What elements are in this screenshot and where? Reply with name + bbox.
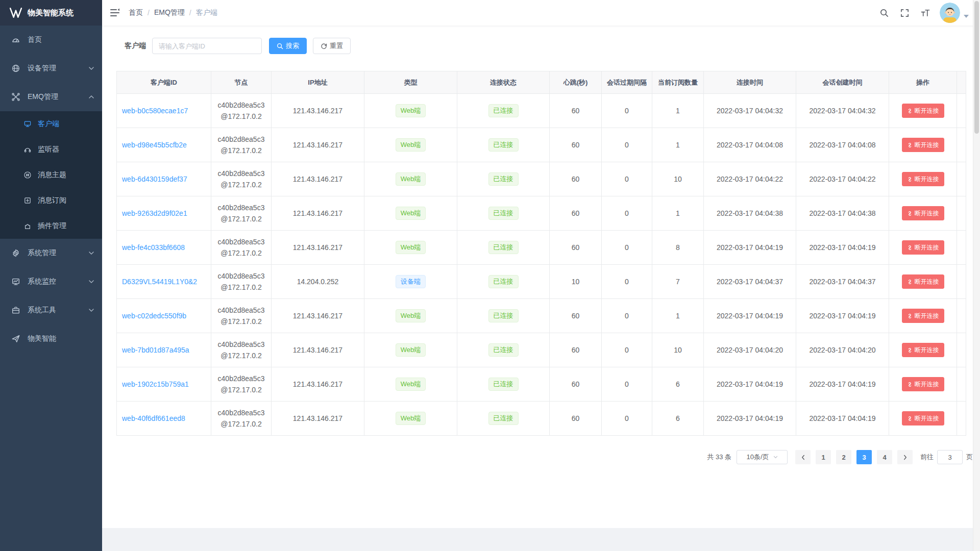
type-tag: Web端 [396, 138, 426, 152]
disconnect-button[interactable]: 断开连接 [902, 274, 944, 289]
monitor-icon [11, 277, 20, 286]
heartbeat-cell: 60 [550, 94, 602, 128]
disconnect-button[interactable]: 断开连接 [902, 206, 944, 220]
connected-at-cell: 2022-03-17 04:04:19 [704, 402, 796, 436]
search-icon[interactable] [875, 4, 893, 21]
node-ip: @172.17.0.2 [211, 384, 271, 395]
created-at-cell: 2022-03-17 04:04:19 [796, 402, 889, 436]
sidebar-item-label: 首页 [28, 35, 94, 44]
fullscreen-icon[interactable] [896, 4, 913, 21]
sidebar-item-label: 系统管理 [28, 248, 89, 258]
goto-page-input[interactable] [937, 450, 963, 464]
breadcrumb-home[interactable]: 首页 [129, 8, 143, 17]
pagination-total: 共 33 条 [707, 453, 731, 462]
page-size-select[interactable]: 10条/页 [737, 450, 788, 464]
node-name: c40b2d8ea5c3 [211, 202, 271, 213]
sidebar-item-listeners[interactable]: 监听器 [0, 137, 102, 162]
disconnect-button[interactable]: 断开连接 [902, 104, 944, 118]
page-size-value: 10条/页 [746, 453, 769, 462]
subscriptions-cell: 1 [652, 94, 704, 128]
ip-cell: 121.43.146.217 [272, 128, 364, 162]
paper-plane-icon [11, 334, 20, 343]
app-logo[interactable]: 物美智能系统 [0, 0, 102, 26]
heartbeat-cell: 60 [550, 128, 602, 162]
client-id-link[interactable]: web-fe4c033bf6608 [122, 243, 185, 252]
sidebar-item-emq[interactable]: EMQ管理 [0, 83, 102, 111]
sidebar-item-wumei-smart[interactable]: 物美智能 [0, 324, 102, 353]
sidebar-item-label: 消息订阅 [38, 196, 94, 205]
breadcrumb-emq[interactable]: EMQ管理 [154, 8, 185, 17]
next-page-button[interactable] [897, 450, 913, 464]
page-button-1[interactable]: 1 [816, 450, 831, 464]
table-row: web-7bd01d87a495a c40b2d8ea5c3@172.17.0.… [117, 333, 966, 367]
search-button[interactable]: 搜索 [269, 38, 307, 54]
emq-submenu: 客户端 监听器 消息主题 消息订阅 [0, 111, 102, 239]
table-header-row: 客户端ID 节点 IP地址 类型 连接状态 心跳(秒) 会话过期间隔 当前订阅数… [117, 71, 966, 94]
page-button-3-active[interactable]: 3 [856, 450, 872, 464]
font-size-icon[interactable] [916, 4, 934, 21]
goto-label: 前往 [920, 453, 934, 462]
node-name: c40b2d8ea5c3 [211, 168, 271, 179]
sidebar-item-clients[interactable]: 客户端 [0, 111, 102, 137]
sidebar-item-label: 插件管理 [38, 221, 94, 231]
sidebar-item-system-admin[interactable]: 系统管理 [0, 239, 102, 267]
client-id-link[interactable]: web-9263d2d9f02e1 [122, 209, 187, 217]
client-id-link[interactable]: web-1902c15b759a1 [122, 380, 189, 388]
client-icon [23, 120, 32, 128]
table-row: web-b0c580ecae1c7 c40b2d8ea5c3@172.17.0.… [117, 94, 966, 128]
page-button-2[interactable]: 2 [836, 450, 851, 464]
caret-down-icon [964, 15, 969, 18]
col-heartbeat: 心跳(秒) [550, 71, 602, 94]
disconnect-button[interactable]: 断开连接 [902, 309, 944, 323]
reset-button[interactable]: 重置 [313, 38, 351, 54]
collapse-sidebar-icon[interactable] [109, 8, 120, 18]
subscriptions-cell: 7 [652, 265, 704, 299]
client-id-link[interactable]: web-6d430159def37 [122, 175, 187, 183]
heartbeat-cell: 60 [550, 162, 602, 196]
disconnect-button[interactable]: 断开连接 [902, 172, 944, 186]
sidebar-item-system-monitor[interactable]: 系统监控 [0, 267, 102, 296]
disconnect-button[interactable]: 断开连接 [902, 343, 944, 357]
page-scrollbar[interactable] [973, 0, 980, 551]
plugin-icon [23, 222, 32, 230]
client-id-input[interactable] [152, 38, 262, 54]
sidebar-item-home[interactable]: 首页 [0, 26, 102, 54]
disconnect-button[interactable]: 断开连接 [902, 377, 944, 391]
client-id-link[interactable]: web-c02dedc550f9b [122, 312, 186, 320]
client-id-link[interactable]: web-7bd01d87a495a [122, 346, 189, 354]
client-id-link[interactable]: web-b0c580ecae1c7 [122, 107, 188, 115]
client-id-link[interactable]: web-d98e45b5cfb2e [122, 141, 187, 149]
type-tag: Web端 [396, 378, 426, 391]
page-button-4[interactable]: 4 [877, 450, 892, 464]
session-expiry-cell: 0 [602, 265, 652, 299]
status-badge: 已连接 [488, 343, 519, 357]
ip-cell: 121.43.146.217 [272, 333, 364, 367]
type-tag: Web端 [396, 241, 426, 254]
disconnect-button[interactable]: 断开连接 [902, 411, 944, 425]
client-id-link[interactable]: web-40f6df661eed8 [122, 414, 185, 422]
disconnect-button[interactable]: 断开连接 [902, 138, 944, 152]
table-row: web-c02dedc550f9b c40b2d8ea5c3@172.17.0.… [117, 299, 966, 333]
col-node: 节点 [211, 71, 272, 94]
breadcrumb-current: 客户端 [196, 8, 217, 17]
sidebar-item-topics[interactable]: 消息主题 [0, 162, 102, 188]
prev-page-button[interactable] [795, 450, 811, 464]
sidebar-item-devices[interactable]: 设备管理 [0, 54, 102, 83]
sidebar-item-label: EMQ管理 [28, 92, 89, 102]
col-connected-at: 连接时间 [704, 71, 796, 94]
heartbeat-cell: 60 [550, 402, 602, 436]
session-expiry-cell: 0 [602, 231, 652, 265]
sidebar-item-plugins[interactable]: 插件管理 [0, 213, 102, 239]
sidebar-item-subscriptions[interactable]: 消息订阅 [0, 188, 102, 213]
disconnect-button[interactable]: 断开连接 [902, 240, 944, 255]
sidebar-item-system-tools[interactable]: 系统工具 [0, 296, 102, 324]
scrollbar-thumb[interactable] [974, 1, 979, 134]
chevron-up-icon [89, 95, 94, 99]
ip-cell: 121.43.146.217 [272, 402, 364, 436]
connected-at-cell: 2022-03-17 04:04:08 [704, 128, 796, 162]
user-menu[interactable] [940, 3, 974, 23]
client-id-link[interactable]: D6329VL54419L1Y0&2 [122, 278, 197, 286]
node-ip: @172.17.0.2 [211, 179, 271, 190]
status-badge: 已连接 [488, 275, 519, 288]
heartbeat-cell: 60 [550, 367, 602, 402]
